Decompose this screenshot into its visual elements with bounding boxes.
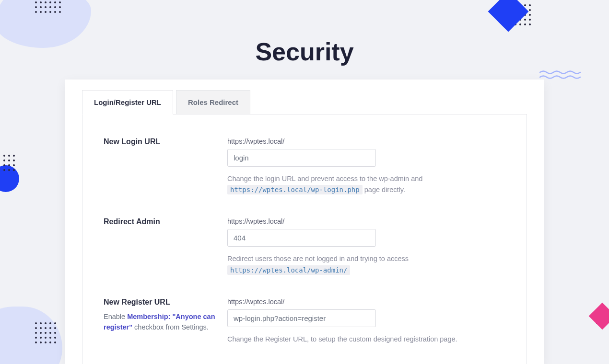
field-redirect-admin: Redirect Admin https://wptes.local/ Redi… [104, 217, 505, 275]
settings-card: Login/Register URL Roles Redirect New Lo… [65, 80, 544, 364]
field-new-register-url: New Register URL Enable Membership: "Any… [104, 298, 505, 345]
code-path: https://wptes.local/wp-login.php [227, 185, 363, 194]
field-subtext: Enable Membership: "Anyone can register"… [104, 311, 227, 333]
tab-login-register-url[interactable]: Login/Register URL [82, 90, 173, 114]
field-helper: Change the Register URL, to setup the cu… [227, 334, 505, 345]
code-path: https://wptes.local/wp-admin/ [227, 265, 350, 275]
field-helper: Change the login URL and prevent access … [227, 173, 505, 195]
tab-label: Roles Redirect [188, 98, 238, 106]
field-new-login-url: New Login URL https://wptes.local/ Chang… [104, 137, 505, 195]
field-label: Redirect Admin [104, 217, 227, 226]
tab-roles-redirect[interactable]: Roles Redirect [176, 90, 250, 114]
redirect-admin-input[interactable] [227, 229, 376, 247]
new-login-url-input[interactable] [227, 149, 376, 167]
decor-diamond-pink [589, 303, 609, 330]
field-label: New Login URL [104, 137, 227, 146]
tab-panel: New Login URL https://wptes.local/ Chang… [82, 114, 527, 364]
tabs-container: Login/Register URL Roles Redirect [65, 80, 544, 114]
decor-dots-left [2, 153, 16, 172]
url-prefix: https://wptes.local/ [227, 137, 505, 145]
field-label: New Register URL [104, 298, 227, 307]
url-prefix: https://wptes.local/ [227, 298, 505, 306]
url-prefix: https://wptes.local/ [227, 217, 505, 225]
new-register-url-input[interactable] [227, 309, 376, 327]
tab-label: Login/Register URL [94, 98, 161, 106]
decor-dots-bottom-left [34, 321, 58, 345]
page-title: Security [0, 0, 609, 80]
field-helper: Redirect users those are not logged in a… [227, 253, 505, 275]
